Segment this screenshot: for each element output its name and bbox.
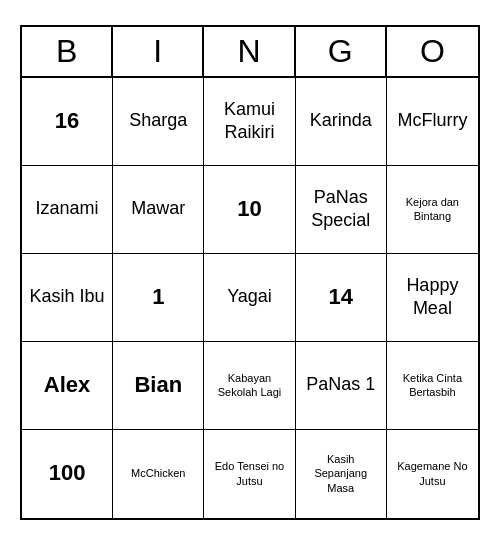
bingo-header-letter: G xyxy=(296,27,387,76)
bingo-cell-2-4: Happy Meal xyxy=(387,254,478,342)
bingo-cell-4-4: Kagemane No Jutsu xyxy=(387,430,478,518)
bingo-cell-1-4: Kejora dan Bintang xyxy=(387,166,478,254)
bingo-cell-0-4: McFlurry xyxy=(387,78,478,166)
bingo-cell-0-0: 16 xyxy=(22,78,113,166)
bingo-cell-1-0: Izanami xyxy=(22,166,113,254)
bingo-cell-3-4: Ketika Cinta Bertasbih xyxy=(387,342,478,430)
bingo-header-letter: N xyxy=(204,27,295,76)
bingo-cell-3-1: Bian xyxy=(113,342,204,430)
bingo-cell-4-3: Kasih Sepanjang Masa xyxy=(296,430,387,518)
bingo-cell-3-3: PaNas 1 xyxy=(296,342,387,430)
bingo-header-letter: B xyxy=(22,27,113,76)
bingo-cell-2-2: Yagai xyxy=(204,254,295,342)
bingo-cell-2-1: 1 xyxy=(113,254,204,342)
bingo-cell-0-3: Karinda xyxy=(296,78,387,166)
bingo-cell-1-3: PaNas Special xyxy=(296,166,387,254)
bingo-grid: 16ShargaKamui RaikiriKarindaMcFlurryIzan… xyxy=(22,78,478,518)
bingo-cell-2-0: Kasih Ibu xyxy=(22,254,113,342)
bingo-cell-2-3: 14 xyxy=(296,254,387,342)
bingo-cell-0-1: Sharga xyxy=(113,78,204,166)
bingo-header-letter: O xyxy=(387,27,478,76)
bingo-cell-4-1: McChicken xyxy=(113,430,204,518)
bingo-cell-4-0: 100 xyxy=(22,430,113,518)
bingo-cell-1-1: Mawar xyxy=(113,166,204,254)
bingo-cell-0-2: Kamui Raikiri xyxy=(204,78,295,166)
bingo-header: BINGO xyxy=(22,27,478,78)
bingo-cell-3-2: Kabayan Sekolah Lagi xyxy=(204,342,295,430)
bingo-header-letter: I xyxy=(113,27,204,76)
bingo-cell-4-2: Edo Tensei no Jutsu xyxy=(204,430,295,518)
bingo-cell-3-0: Alex xyxy=(22,342,113,430)
bingo-card: BINGO 16ShargaKamui RaikiriKarindaMcFlur… xyxy=(20,25,480,520)
bingo-cell-1-2: 10 xyxy=(204,166,295,254)
